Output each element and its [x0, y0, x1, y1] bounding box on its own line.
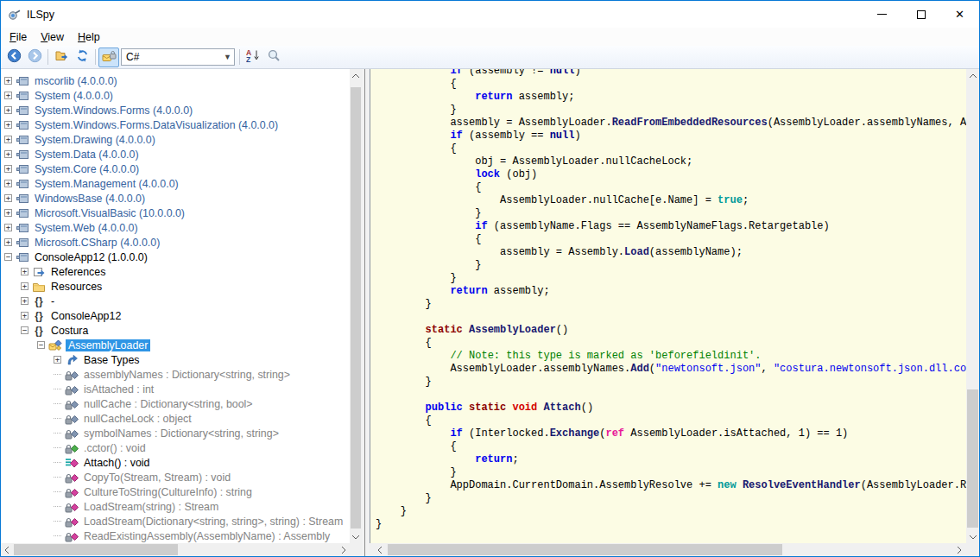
tree-item[interactable]: CopyTo(Stream, Stream) : void — [1, 470, 350, 484]
maximize-button[interactable] — [901, 1, 940, 28]
code-line: if (assembly == null) — [376, 130, 966, 142]
scrollbar-thumb[interactable] — [388, 544, 782, 555]
tree-item[interactable]: LoadStream(Dictionary<string, string>, s… — [1, 514, 350, 529]
method-pink-icon — [65, 529, 79, 543]
collapse-icon[interactable]: − — [37, 341, 45, 349]
expand-icon[interactable]: + — [4, 180, 12, 187]
forward-button[interactable] — [24, 47, 45, 67]
tree-item[interactable]: +Resources — [1, 279, 350, 294]
ilspy-app-icon — [8, 8, 22, 22]
tree-item[interactable]: +System.Data (4.0.0.0) — [1, 147, 350, 161]
close-icon: ✕ — [955, 8, 964, 21]
expand-icon[interactable]: + — [4, 121, 12, 129]
tree-item[interactable]: +Microsoft.VisualBasic (10.0.0.0) — [1, 206, 350, 220]
collapse-icon[interactable]: − — [4, 253, 12, 261]
scroll-right-arrow[interactable] — [953, 543, 964, 556]
tree-guide-line — [54, 389, 61, 389]
scroll-left-arrow[interactable] — [374, 543, 385, 556]
code-line: { — [376, 337, 966, 350]
close-button[interactable]: ✕ — [940, 1, 979, 28]
tree-item[interactable]: +System (4.0.0.0) — [1, 88, 350, 103]
tree-item[interactable]: −{}Costura — [1, 323, 350, 338]
tree-item[interactable]: CultureToString(CultureInfo) : string — [1, 484, 350, 499]
tree-item[interactable]: LoadStream(string) : Stream — [1, 499, 350, 514]
scrollbar-thumb[interactable] — [967, 389, 978, 528]
tree-item[interactable]: +System.Windows.Forms.DataVisualization … — [1, 117, 350, 132]
scroll-down-arrow[interactable] — [966, 530, 979, 543]
menubar: FileViewHelp — [1, 28, 979, 46]
tree-item[interactable]: +System.Management (4.0.0.0) — [1, 176, 350, 191]
expand-icon[interactable]: + — [4, 150, 12, 158]
code-line: AssemblyLoader.assemblyNames.Add("newton… — [376, 363, 966, 376]
tree-item[interactable]: −ConsoleApp12 (1.0.0.0) — [1, 250, 350, 264]
tree-item[interactable]: assemblyNames : Dictionary<string, strin… — [1, 367, 350, 382]
tree-item[interactable]: +Microsoft.CSharp (4.0.0.0) — [1, 235, 350, 250]
expand-icon[interactable]: + — [21, 297, 28, 305]
menu-item-view[interactable]: View — [34, 29, 71, 45]
expand-icon[interactable]: + — [21, 282, 28, 290]
assembly-tree[interactable]: +mscorlib (4.0.0.0)+System (4.0.0.0)+Sys… — [1, 69, 350, 543]
scroll-left-arrow[interactable] — [1, 543, 12, 556]
tree-item[interactable]: +{}- — [1, 294, 350, 308]
tree-vertical-scrollbar[interactable] — [350, 69, 362, 543]
tree-item-label: CopyTo(Stream, Stream) : void — [82, 472, 232, 484]
back-button[interactable] — [3, 47, 24, 67]
tree-guide-line — [54, 462, 61, 463]
tree-item[interactable]: +References — [1, 264, 350, 279]
tree-horizontal-scrollbar[interactable] — [1, 543, 362, 556]
tree-item-label: symbolNames : Dictionary<string, string> — [82, 427, 281, 440]
expand-icon[interactable]: + — [4, 136, 12, 143]
expand-icon[interactable]: + — [4, 238, 12, 246]
open-button[interactable] — [51, 47, 72, 67]
tree-item[interactable]: +System.Web (4.0.0.0) — [1, 220, 350, 235]
expand-icon[interactable]: + — [4, 106, 12, 114]
tree-item[interactable]: +WindowsBase (4.0.0.0) — [1, 191, 350, 206]
tree-item[interactable]: +mscorlib (4.0.0.0) — [1, 73, 350, 88]
refresh-button[interactable] — [72, 47, 92, 67]
language-select[interactable]: C# ▼ — [121, 48, 235, 66]
scroll-up-arrow[interactable] — [350, 69, 362, 82]
code-vertical-scrollbar[interactable] — [966, 69, 979, 543]
tree-item[interactable]: −AssemblyLoader — [1, 338, 350, 352]
minimize-button[interactable] — [863, 1, 901, 28]
folder-icon — [32, 280, 46, 294]
decompiled-code-view[interactable]: if (assembly != null) { return assembly;… — [370, 69, 966, 543]
tree-item[interactable]: Attach() : void — [1, 455, 350, 470]
scroll-right-arrow[interactable] — [338, 543, 349, 556]
expand-icon[interactable]: + — [4, 77, 12, 85]
tree-item[interactable]: +Base Types — [1, 352, 350, 367]
tree-item[interactable]: +{}ConsoleApp12 — [1, 308, 350, 323]
expand-icon[interactable]: + — [21, 312, 28, 320]
expand-icon[interactable]: + — [4, 165, 12, 173]
tree-item[interactable]: isAttached : int — [1, 382, 350, 396]
tree-item[interactable]: +System.Core (4.0.0.0) — [1, 161, 350, 176]
menu-item-file[interactable]: File — [3, 29, 34, 45]
tree-item[interactable]: ReadExistingAssembly(AssemblyName) : Ass… — [1, 529, 350, 543]
scrollbar-thumb[interactable] — [14, 544, 178, 555]
tree-item-label: .cctor() : void — [82, 442, 148, 454]
collapse-icon[interactable]: − — [21, 326, 28, 334]
tree-item[interactable]: +System.Drawing (4.0.0.0) — [1, 132, 350, 147]
expand-icon[interactable]: + — [54, 356, 61, 364]
tree-item[interactable]: symbolNames : Dictionary<string, string> — [1, 426, 350, 440]
expand-icon[interactable]: + — [4, 194, 12, 202]
expand-icon[interactable]: + — [4, 92, 12, 99]
tree-item-label: System.Management (4.0.0.0) — [33, 178, 180, 190]
tree-item[interactable]: +System.Windows.Forms (4.0.0.0) — [1, 103, 350, 117]
tree-item[interactable]: nullCache : Dictionary<string, bool> — [1, 396, 350, 411]
expand-icon[interactable]: + — [4, 224, 12, 231]
show-internal-toggle-button[interactable] — [98, 47, 119, 67]
scroll-up-arrow[interactable] — [966, 69, 979, 82]
menu-item-help[interactable]: Help — [71, 29, 107, 45]
tree-item[interactable]: .cctor() : void — [1, 440, 350, 455]
scroll-down-arrow[interactable] — [350, 530, 362, 543]
search-button[interactable] — [263, 47, 284, 67]
pane-splitter[interactable] — [362, 69, 370, 556]
sort-assemblies-button[interactable]: AZ — [243, 47, 263, 67]
scrollbar-thumb[interactable] — [351, 87, 361, 529]
code-horizontal-scrollbar[interactable] — [370, 543, 966, 556]
code-line: { — [376, 233, 966, 246]
tree-item[interactable]: nullCacheLock : object — [1, 411, 350, 426]
expand-icon[interactable]: + — [4, 209, 12, 217]
expand-icon[interactable]: + — [21, 268, 28, 275]
